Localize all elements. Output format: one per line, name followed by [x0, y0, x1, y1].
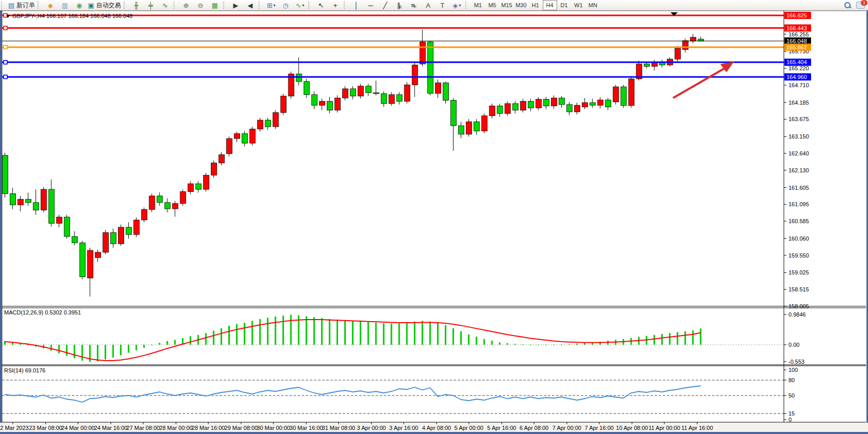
rsi-tick-label: 0	[788, 417, 792, 423]
price-tick-label: 161.095	[788, 201, 809, 207]
price-tick-label: 163.675	[788, 116, 809, 122]
price-tick-label: 159.025	[788, 269, 809, 275]
rsi-tick-label: 80	[788, 377, 795, 383]
macd-label: MACD(12,26,9) 0.5302 0.3951	[4, 309, 81, 315]
time-axis-label: 7 Apr 16:00	[585, 425, 614, 431]
price-tick-label: 158.515	[788, 286, 809, 292]
price-tick-label: 161.605	[788, 185, 809, 191]
price-tick-label: 160.060	[788, 235, 809, 242]
chart-title: ▼ GBPJPY-,H4 166.107 166.184 166.048 166…	[5, 13, 132, 19]
price-line-165-404-handle[interactable]	[4, 61, 7, 64]
price-line-164-960-badge-label: 164.960	[786, 74, 807, 80]
price-tick-label: 166.255	[788, 31, 809, 37]
price-line-164-960-handle[interactable]	[4, 75, 7, 78]
rsi-label: RSI(14) 69.0176	[4, 367, 46, 373]
time-axis-label: 3 Apr 16:00	[389, 425, 418, 431]
time-axis-label: 11 Apr 16:00	[681, 425, 713, 431]
price-tick-label: 162.130	[788, 167, 809, 173]
price-line-165-862-badge-label: 165.862	[786, 44, 807, 50]
time-axis-label: 28 Mar 16:00	[192, 425, 225, 431]
time-axis-label: 4 Apr 08:00	[422, 425, 451, 431]
price-line-166-443-badge-label: 166.443	[786, 25, 807, 31]
price-line-165-862-handle[interactable]	[4, 45, 7, 49]
mt4-window: { "toolbar": { "groups": [ {"name":"orde…	[0, 0, 868, 434]
price-line-166-443-handle[interactable]	[4, 26, 7, 30]
time-axis-label: 29 Mar 08:00	[225, 425, 258, 431]
price-tick-label: 165.220	[788, 65, 809, 71]
time-axis-label: 22 Mar 2023	[0, 425, 29, 431]
time-axis-label: 5 Apr 00:00	[455, 425, 483, 431]
time-axis-label: 23 Mar 08:00	[29, 425, 63, 431]
time-axis-label: 30 Mar 00:00	[257, 425, 290, 431]
macd-tick-label: 0.00	[788, 342, 799, 348]
time-axis-label: 3 Apr 00:00	[357, 425, 386, 431]
time-axis-label: 7 Apr 00:00	[553, 425, 581, 431]
macd-tick-label: -0.553	[788, 359, 804, 365]
price-line-166-825-badge-label: 166.825	[786, 12, 807, 18]
time-axis-label: 24 Mar 00:00	[62, 425, 95, 431]
rsi-tick-label: 100	[788, 367, 798, 373]
price-tick-label: 159.550	[788, 252, 809, 259]
time-axis-label: 31 Mar 08:00	[322, 425, 356, 431]
time-axis-label: 6 Apr 08:00	[520, 425, 548, 431]
time-axis-label: 28 Mar 00:00	[160, 425, 193, 431]
chart-area: 166.255165.730165.220164.710164.185163.6…	[0, 0, 868, 434]
macd-tick-label: 0.9846	[788, 311, 806, 318]
time-axis-label: 27 Mar 08:00	[127, 425, 160, 431]
time-axis-label: 10 Apr 08:00	[616, 425, 648, 431]
price-tick-label: 164.185	[788, 100, 809, 106]
rsi-tick-label: 50	[788, 392, 795, 399]
time-axis-label: 24 Mar 16:00	[94, 425, 128, 431]
price-tick-label: 160.585	[788, 218, 809, 224]
price-tick-label: 158.005	[788, 303, 809, 309]
price-tick-label: 162.640	[788, 150, 809, 156]
time-axis-label: 11 Apr 00:00	[648, 425, 680, 431]
time-axis-label: 5 Apr 16:00	[487, 425, 516, 431]
price-line-165-404-badge-label: 165.404	[786, 59, 807, 65]
price-tick-label: 164.710	[788, 82, 809, 88]
time-axis-label: 30 Mar 16:00	[290, 425, 323, 431]
rsi-tick-label: 15	[788, 410, 795, 417]
price-tick-label: 163.150	[788, 133, 809, 140]
current-price-line-badge-label: 166.048	[786, 38, 807, 44]
